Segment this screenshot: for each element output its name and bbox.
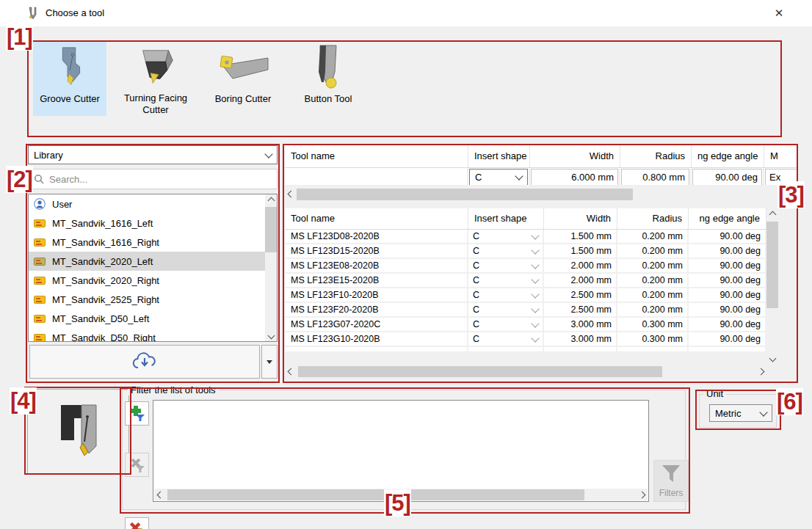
tool-type-label: Button Tool — [305, 93, 352, 105]
column-header-edge-angle[interactable]: ng edge angle — [692, 145, 764, 167]
search-input[interactable]: Search... — [28, 169, 278, 189]
scrollbar-thumb[interactable] — [265, 207, 277, 252]
library-select[interactable]: Library — [28, 145, 278, 164]
scroll-right-icon[interactable] — [786, 188, 798, 200]
column-header-radius[interactable]: Radius — [620, 145, 692, 167]
table-row[interactable]: MS LF123G07-2020C C 3.000 mm 0.300 mm 90… — [285, 318, 766, 332]
column-header-radius[interactable]: Radius — [617, 208, 689, 229]
tool-list-table: Tool name Insert shape Width Radius ng e… — [285, 208, 766, 353]
scrollbar-thumb[interactable] — [298, 366, 662, 377]
edge-angle-cell: 90.00 deg — [689, 288, 766, 303]
tool-type-boring-cutter[interactable]: Boring Cutter — [200, 42, 286, 116]
library-list-scrollbar[interactable] — [265, 194, 277, 341]
column-header-width[interactable]: Width — [544, 208, 617, 229]
list-item-label: MT_Sandvik_2020_Left — [52, 256, 153, 267]
edge-angle-field[interactable]: 90.00 deg — [692, 169, 762, 186]
tool-type-groove-cutter[interactable]: Groove Cutter — [33, 42, 106, 116]
list-item[interactable]: MT_Sandvik_D50_Right — [29, 328, 277, 342]
scroll-left-icon[interactable] — [285, 365, 297, 377]
groove-cutter-icon — [47, 42, 93, 93]
list-item-selected[interactable]: MT_Sandvik_2020_Left — [29, 252, 277, 271]
list-item-label: MT_Sandvik_1616_Left — [52, 218, 153, 229]
tool-type-button-tool[interactable]: Button Tool — [288, 42, 369, 116]
unit-select[interactable]: Metric — [709, 404, 772, 422]
window-title: Choose a tool — [46, 7, 104, 18]
clear-filters-button[interactable] — [125, 517, 149, 529]
tool-list-hscrollbar[interactable] — [285, 365, 766, 377]
insert-shape-combobox[interactable]: C — [468, 303, 544, 318]
radius-cell: 0.200 mm — [617, 303, 689, 318]
insert-shape-combobox[interactable]: C — [468, 244, 544, 259]
column-header-mount[interactable]: M — [764, 145, 798, 167]
table-row[interactable]: MS LF123E08-2020B C 2.000 mm 0.200 mm 90… — [285, 259, 766, 274]
scroll-up-icon[interactable] — [265, 194, 277, 206]
download-library-button[interactable] — [29, 345, 260, 379]
library-file-icon — [34, 334, 46, 342]
scrollbar-thumb[interactable] — [766, 222, 778, 308]
scrollbar-thumb[interactable] — [167, 489, 584, 500]
insert-shape-combobox[interactable]: C — [468, 288, 544, 303]
scroll-right-icon[interactable] — [755, 365, 766, 377]
scroll-left-icon[interactable] — [285, 189, 297, 200]
edge-angle-cell: 90.00 deg — [689, 244, 766, 259]
radius-field[interactable]: 0.800 mm — [621, 169, 689, 186]
insert-shape-combobox[interactable]: C — [468, 318, 544, 332]
insert-shape-combobox[interactable]: C — [468, 332, 544, 347]
add-filter-button[interactable] — [125, 401, 149, 426]
library-select-value: Library — [34, 150, 63, 161]
width-field[interactable]: 6.000 mm — [531, 169, 618, 186]
current-tool-hscrollbar[interactable] — [285, 188, 798, 200]
column-header-tool-name[interactable]: Tool name — [285, 145, 468, 167]
current-tool-name-cell[interactable] — [285, 168, 468, 186]
column-header-width[interactable]: Width — [530, 145, 620, 167]
radius-cell: 0.200 mm — [617, 230, 689, 244]
column-header-edge-angle[interactable]: ng edge angle — [689, 208, 766, 229]
insert-shape-combobox[interactable]: C — [468, 259, 544, 274]
scroll-right-icon[interactable] — [636, 489, 648, 500]
width-cell: 3.000 mm — [544, 318, 617, 332]
insert-shape-combobox[interactable]: C — [468, 274, 544, 288]
boring-cutter-icon — [215, 42, 271, 93]
list-item[interactable]: MT_Sandvik_2020_Right — [29, 271, 277, 290]
list-item-user[interactable]: User — [29, 194, 277, 214]
scroll-left-icon[interactable] — [154, 489, 166, 500]
scroll-down-icon[interactable] — [766, 352, 778, 364]
turning-facing-cutter-icon — [133, 42, 178, 92]
list-item-label: MT_Sandvik_2525_Right — [52, 294, 159, 305]
filter-list-hscrollbar[interactable] — [154, 489, 648, 500]
radius-cell: 0.200 mm — [617, 288, 689, 303]
list-item-label: MT_Sandvik_D50_Left — [52, 313, 149, 324]
insert-shape-combobox[interactable]: C — [468, 230, 544, 244]
insert-shape-combobox[interactable]: C — [469, 169, 528, 186]
tool-type-turning-facing-cutter[interactable]: Turning Facing Cutter — [112, 42, 200, 116]
list-item[interactable]: MT_Sandvik_1616_Left — [29, 214, 277, 233]
download-options-button[interactable] — [261, 345, 278, 379]
mount-field[interactable]: Ex — [765, 169, 798, 186]
close-icon[interactable]: ✕ — [766, 3, 791, 23]
chevron-down-icon — [531, 290, 539, 298]
list-item[interactable]: MT_Sandvik_2525_Right — [29, 290, 277, 309]
cloud-download-icon — [132, 352, 157, 371]
table-row[interactable]: MS LF123G10-2020B C 3.000 mm 0.300 mm 90… — [285, 332, 766, 347]
list-item[interactable]: MT_Sandvik_D50_Left — [29, 309, 277, 328]
table-row[interactable]: MS LF123F10-2020B C 2.500 mm 0.200 mm 90… — [285, 288, 766, 303]
list-item[interactable]: MT_Sandvik_1616_Right — [29, 233, 277, 252]
filter-list[interactable] — [153, 400, 649, 502]
table-row[interactable]: MS LF123F20-2020B C 2.500 mm 0.200 mm 90… — [285, 303, 766, 318]
scroll-down-icon[interactable] — [265, 329, 277, 341]
column-header-insert-shape[interactable]: Insert shape — [468, 208, 544, 229]
chevron-down-icon — [531, 246, 539, 254]
column-header-tool-name[interactable]: Tool name — [285, 208, 468, 229]
table-row[interactable]: MS LF123D08-2020B C 1.500 mm 0.200 mm 90… — [285, 230, 766, 244]
tool-list-vscrollbar[interactable] — [766, 208, 778, 364]
remove-filter-button[interactable] — [125, 453, 149, 477]
scroll-up-icon[interactable] — [766, 208, 778, 220]
column-header-insert-shape[interactable]: Insert shape — [468, 145, 530, 167]
table-row[interactable]: MS LF123D15-2020B C 1.500 mm 0.200 mm 90… — [285, 244, 766, 259]
filters-button[interactable]: Filters — [653, 460, 689, 502]
tool-name-cell: MS LF123E15-2020B — [285, 274, 468, 288]
scrollbar-thumb[interactable] — [297, 189, 633, 200]
edge-angle-cell: 90.00 deg — [689, 259, 766, 274]
list-item-label: MT_Sandvik_D50_Right — [52, 332, 156, 343]
table-row[interactable]: MS LF123E15-2020B C 2.000 mm 0.200 mm 90… — [285, 274, 766, 288]
